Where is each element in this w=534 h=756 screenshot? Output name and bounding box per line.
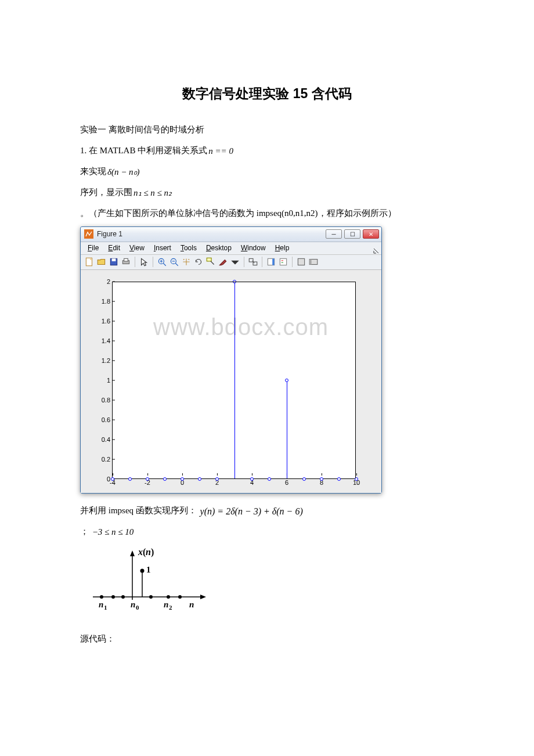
svg-text:n: n <box>131 600 135 609</box>
separator <box>135 257 135 267</box>
menu-tools[interactable]: Tools <box>176 242 201 255</box>
ytick-label: 0.4 <box>93 433 110 445</box>
text: 并利用 impseq 函数实现序列： <box>80 506 197 515</box>
colorbar-icon[interactable] <box>266 257 276 267</box>
minimize-button[interactable]: ─ <box>326 229 342 239</box>
toolbar <box>81 255 381 270</box>
hide-tools-icon[interactable] <box>296 257 306 267</box>
svg-rect-18 <box>272 259 274 265</box>
ytick-label: 1 <box>93 374 110 386</box>
svg-point-32 <box>111 595 115 599</box>
svg-point-33 <box>121 595 125 599</box>
svg-rect-24 <box>309 260 311 265</box>
open-icon[interactable] <box>96 257 107 267</box>
para-impseq-desc: 。（产生如下图所示的单位脉冲信号的函数为 impseq(n0,n1,n2)，程序… <box>80 204 482 222</box>
matlab-app-icon <box>84 229 93 239</box>
svg-point-31 <box>100 595 103 599</box>
menu-help[interactable]: Help <box>270 242 294 255</box>
axes[interactable]: www.bdocx.com 00.20.40.60.811.21.41.61.8… <box>112 282 356 479</box>
separator <box>292 257 293 267</box>
dropdown-icon[interactable] <box>230 257 240 267</box>
stem-marker <box>337 477 341 481</box>
stem-marker <box>215 477 219 481</box>
link-icon[interactable] <box>248 257 258 267</box>
menu-file[interactable]: File <box>83 242 103 255</box>
legend-icon[interactable] <box>278 257 288 267</box>
para-range: 序列，显示围n₁ ≤ n ≤ n₂ <box>80 183 454 201</box>
svg-point-38 <box>140 568 145 573</box>
page-title: 数字信号处理实验 15 含代码 <box>52 81 482 107</box>
formula-yn: y(n) = 2δ(n − 3) + δ(n − 6) <box>199 506 304 517</box>
svg-point-36 <box>178 595 182 599</box>
stem-line <box>234 281 235 478</box>
ytick-label: 0.8 <box>93 394 110 406</box>
svg-text:n: n <box>99 600 103 609</box>
ytick-label: 1.6 <box>93 315 110 327</box>
para-impseq-usage: 并利用 impseq 函数实现序列： y(n) = 2δ(n − 3) + δ(… <box>80 502 454 519</box>
para-item-1: 1. 在 MATLAB 中利用逻辑关系式n == 0 <box>80 142 454 159</box>
rotate-icon[interactable] <box>193 257 204 267</box>
dock-icon[interactable] <box>373 245 379 251</box>
source-code-label: 源代码： <box>80 630 454 647</box>
stem-marker <box>146 477 149 481</box>
svg-text:): ) <box>151 547 154 557</box>
text: 序列，显示围 <box>80 188 132 197</box>
ytick-label: 1.4 <box>93 334 110 347</box>
ytick-label: 0.6 <box>93 413 110 426</box>
svg-text:1: 1 <box>104 604 107 611</box>
menu-insert[interactable]: Insert <box>149 242 176 255</box>
svg-text:2: 2 <box>169 604 172 611</box>
svg-point-35 <box>167 595 170 599</box>
print-icon[interactable] <box>121 257 131 267</box>
para-range-2: ； −3 ≤ n ≤ 10 <box>80 523 454 540</box>
stem-marker <box>285 379 288 382</box>
brush-icon[interactable] <box>218 257 228 267</box>
ytick-label: 0.2 <box>93 453 110 465</box>
close-button[interactable]: ✕ <box>363 229 379 239</box>
stem-marker <box>163 477 167 481</box>
text: ； <box>80 527 89 536</box>
svg-line-6 <box>163 263 166 266</box>
ytick-label: 1.2 <box>93 354 110 366</box>
stem-line <box>287 380 287 478</box>
zoom-in-icon[interactable] <box>157 257 167 267</box>
svg-text:1: 1 <box>146 565 151 574</box>
schematic-diagram: x ( n ) 1 n 1 n 0 n 2 n <box>87 545 482 620</box>
svg-point-34 <box>149 595 153 599</box>
menu-window[interactable]: Window <box>236 242 270 255</box>
text: 。（产生如下图所示的单位脉冲信号的函数为 impseq(n0,n1,n2)，程序… <box>80 208 396 218</box>
formula-range-2: −3 ≤ n ≤ 10 <box>91 527 135 537</box>
maximize-button[interactable]: ☐ <box>344 229 360 239</box>
stem-marker <box>111 477 114 481</box>
pointer-icon[interactable] <box>139 257 149 267</box>
ytick-label: 2 <box>93 275 110 287</box>
datacursor-icon[interactable] <box>205 257 216 267</box>
menu-edit[interactable]: Edit <box>103 242 125 255</box>
pan-icon[interactable] <box>181 257 192 267</box>
svg-text:n: n <box>164 600 168 609</box>
zoom-out-icon[interactable] <box>169 257 179 267</box>
svg-rect-4 <box>124 259 128 262</box>
svg-text:n: n <box>146 547 151 557</box>
svg-text:0: 0 <box>136 604 139 611</box>
menu-view[interactable]: View <box>125 242 149 255</box>
formula-range: n₁ ≤ n ≤ n₂ <box>132 188 173 198</box>
stem-marker <box>181 477 184 481</box>
window-titlebar[interactable]: Figure 1 ─ ☐ ✕ <box>81 227 381 242</box>
stem-marker <box>198 477 201 481</box>
svg-text:n: n <box>189 600 194 609</box>
formula-delta: δ(n − n₀) <box>106 167 141 177</box>
new-icon[interactable] <box>84 257 95 267</box>
svg-text:x: x <box>138 547 143 557</box>
watermark: www.bdocx.com <box>153 305 356 349</box>
save-icon[interactable] <box>109 257 119 267</box>
stem-marker <box>128 477 132 481</box>
stem-marker <box>250 477 254 481</box>
separator <box>244 257 244 267</box>
window-title: Figure 1 <box>97 228 326 241</box>
show-tools-icon[interactable] <box>308 257 319 267</box>
svg-rect-22 <box>298 259 304 265</box>
para-delta: 来实现δ(n − n₀) <box>80 163 454 180</box>
formula-n-eq-0: n == 0 <box>207 146 234 156</box>
svg-rect-12 <box>207 258 211 261</box>
